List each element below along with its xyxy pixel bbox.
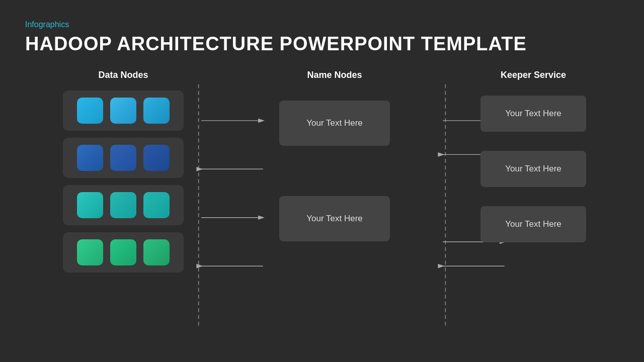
keeper-service-column: Keeper Service Your Text Here Your Text … — [475, 70, 591, 242]
data-node-row-3 — [63, 185, 184, 225]
node-box-4-3 — [143, 239, 170, 265]
name-node-text-1: Your Text Here — [306, 118, 363, 128]
name-nodes-column: Name Nodes Your Text Here Your Text Here — [264, 70, 405, 241]
name-node-box-2: Your Text Here — [279, 196, 390, 241]
diagram-area: Data Nodes Name Nodes Your Tex — [0, 65, 644, 336]
name-nodes-title: Name Nodes — [307, 70, 362, 80]
page-header: Infographics HADOOP ARCHITECTURE POWERPO… — [0, 0, 644, 65]
node-box-2-1 — [77, 145, 103, 171]
node-box-3-2 — [110, 192, 136, 218]
page-title: HADOOP ARCHITECTURE POWERPOINT TEMPLATE — [25, 33, 619, 55]
node-box-2-3 — [143, 145, 170, 171]
data-node-row-2 — [63, 138, 184, 178]
keeper-text-1: Your Text Here — [505, 109, 561, 119]
node-box-1-2 — [110, 98, 136, 124]
keeper-text-3: Your Text Here — [505, 219, 561, 229]
keeper-box-1: Your Text Here — [480, 96, 586, 132]
node-box-2-2 — [110, 145, 136, 171]
data-nodes-column: Data Nodes — [53, 70, 194, 280]
keeper-box-2: Your Text Here — [480, 151, 586, 187]
category-label: Infographics — [25, 20, 619, 29]
data-node-row-1 — [63, 90, 184, 131]
keeper-service-title: Keeper Service — [501, 70, 566, 80]
name-node-text-2: Your Text Here — [306, 214, 363, 224]
keeper-text-2: Your Text Here — [505, 164, 561, 174]
node-box-1-1 — [77, 98, 103, 124]
node-box-3-1 — [77, 192, 103, 218]
keeper-box-3: Your Text Here — [480, 206, 586, 242]
node-box-4-2 — [110, 239, 136, 265]
data-node-row-4 — [63, 232, 184, 273]
name-node-box-1: Your Text Here — [279, 101, 390, 146]
node-box-1-3 — [143, 98, 170, 124]
data-nodes-title: Data Nodes — [98, 70, 148, 80]
node-box-3-3 — [143, 192, 170, 218]
node-box-4-1 — [77, 239, 103, 265]
